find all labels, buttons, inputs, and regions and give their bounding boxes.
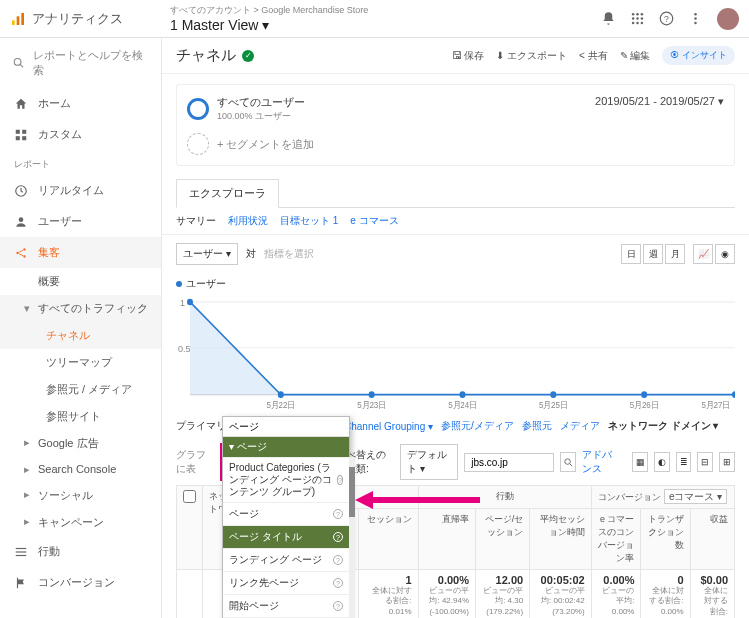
sec-dim-search-input[interactable] — [223, 417, 349, 437]
segment-add-label: + セグメントを追加 — [217, 137, 314, 152]
subtab-ecommerce[interactable]: e コマース — [350, 214, 398, 228]
svg-rect-21 — [16, 136, 20, 140]
svg-point-15 — [694, 17, 697, 20]
svg-point-8 — [641, 17, 644, 20]
chart-controls: ユーザー ▾ 対 指標を選択 日 週 月 📈 ◉ — [162, 235, 749, 273]
svg-point-10 — [636, 22, 639, 25]
compare-metric[interactable]: 指標を選択 — [264, 247, 314, 261]
sort-type-select[interactable]: デフォルト ▾ — [400, 444, 458, 480]
share-button[interactable]: < 共有 — [579, 49, 608, 63]
select-all-checkbox[interactable] — [183, 490, 196, 503]
sidebar-sub-referrals[interactable]: 参照サイト — [0, 403, 161, 430]
sidebar-sub-channels[interactable]: チャネル — [0, 322, 161, 349]
help-icon[interactable]: ? — [333, 555, 343, 565]
view-performance-icon[interactable]: ≣ — [676, 452, 692, 472]
help-icon[interactable]: ? — [333, 532, 343, 542]
subtab-goals[interactable]: 目標セット 1 — [280, 214, 338, 228]
sidebar-search[interactable]: レポートとヘルプを検索 — [0, 38, 161, 88]
sidebar-item-conversions[interactable]: コンバージョン — [0, 567, 161, 598]
sidebar-item-realtime[interactable]: リアルタイム — [0, 175, 161, 206]
sidebar-item-custom[interactable]: カスタム — [0, 119, 161, 150]
sec-dim-item[interactable]: ページ? — [223, 502, 349, 525]
help-icon[interactable]: ? — [337, 475, 343, 485]
sec-dim-item[interactable]: ランディング ページ? — [223, 548, 349, 571]
segment-all-users[interactable]: すべてのユーザー100.00% ユーザー — [187, 95, 314, 123]
save-button[interactable]: 🖫 保存 — [452, 49, 485, 63]
sec-dim-item[interactable]: 開始ページ? — [223, 594, 349, 617]
avatar[interactable] — [717, 8, 739, 30]
dim-network-domain[interactable]: ネットワーク ドメイン ▾ — [608, 419, 719, 433]
help-icon[interactable]: ? — [333, 509, 343, 519]
help-icon[interactable]: ? — [333, 578, 343, 588]
help-icon[interactable]: ? — [333, 601, 343, 611]
caret-right-icon: ▸ — [24, 436, 34, 451]
th-pps[interactable]: ページ/セッション — [476, 509, 530, 570]
dim-source[interactable]: 参照元 — [522, 419, 552, 433]
sidebar-sub-search-console[interactable]: ▸Search Console — [0, 457, 161, 482]
table-search-input[interactable] — [464, 453, 554, 472]
th-bounce[interactable]: 直帰率 — [418, 509, 475, 570]
sidebar-item-users[interactable]: ユーザー — [0, 206, 161, 237]
svg-point-27 — [23, 255, 25, 257]
sidebar-sub-treemap[interactable]: ツリーマップ — [0, 349, 161, 376]
sidebar-item-home[interactable]: ホーム — [0, 88, 161, 119]
th-ecr[interactable]: e コマースのコンバージョン率 — [591, 509, 641, 570]
subtab-summary[interactable]: サマリー — [176, 214, 216, 228]
th-sessions[interactable]: セッション — [359, 509, 418, 570]
dim-source-medium[interactable]: 参照元/メディア — [441, 419, 514, 433]
export-button[interactable]: ⬇ エクスポート — [496, 49, 567, 63]
svg-rect-22 — [22, 136, 26, 140]
view-table-icon[interactable]: ▦ — [632, 452, 648, 472]
sidebar-item-behavior[interactable]: 行動 — [0, 536, 161, 567]
dropdown-scrollbar[interactable] — [349, 457, 355, 618]
list-icon — [14, 545, 28, 559]
sidebar-sub-overview[interactable]: 概要 — [0, 268, 161, 295]
kebab-icon[interactable] — [688, 11, 703, 26]
table-search-button[interactable] — [560, 452, 576, 472]
svg-rect-0 — [12, 20, 15, 25]
edit-button[interactable]: ✎ 編集 — [620, 49, 651, 63]
svg-point-6 — [632, 17, 635, 20]
th-revenue[interactable]: 収益 — [690, 509, 734, 570]
conversion-type-select[interactable]: eコマース ▾ — [664, 489, 727, 504]
chart-type-line-icon[interactable]: 📈 — [693, 244, 713, 264]
date-range-picker[interactable]: 2019/05/21 - 2019/05/27 ▾ — [595, 95, 724, 108]
subtab-usage[interactable]: 利用状況 — [228, 214, 268, 228]
help-icon[interactable]: ? — [659, 11, 674, 26]
sec-dim-item[interactable]: リンク先ページ? — [223, 571, 349, 594]
sec-dim-item-highlighted[interactable]: ページ タイトル? — [223, 525, 349, 548]
sidebar-sub-campaigns[interactable]: ▸キャンペーン — [0, 509, 161, 536]
view-pivot-icon[interactable]: ⊞ — [719, 452, 735, 472]
tab-explorer[interactable]: エクスプローラ — [176, 179, 279, 208]
view-comparison-icon[interactable]: ⊟ — [697, 452, 713, 472]
sidebar-sub-social[interactable]: ▸ソーシャル — [0, 482, 161, 509]
bell-icon[interactable] — [601, 11, 616, 26]
th-checkbox[interactable] — [177, 486, 203, 570]
svg-text:?: ? — [664, 14, 669, 24]
svg-point-9 — [632, 22, 635, 25]
sidebar-item-acquisition[interactable]: 集客 — [0, 237, 161, 268]
metric-selector[interactable]: ユーザー ▾ — [176, 243, 238, 265]
dim-medium[interactable]: メディア — [560, 419, 600, 433]
share-icon — [14, 246, 28, 260]
th-duration[interactable]: 平均セッション時間 — [530, 509, 592, 570]
advanced-filter-link[interactable]: アドバンス — [582, 448, 620, 476]
view-percent-icon[interactable]: ◐ — [654, 452, 670, 472]
sidebar-sub-all-traffic[interactable]: ▾すべてのトラフィック — [0, 295, 161, 322]
granularity-week[interactable]: 週 — [643, 244, 663, 264]
insights-button[interactable]: ⦿ インサイト — [662, 46, 735, 65]
granularity-month[interactable]: 月 — [665, 244, 685, 264]
sec-dim-group-header[interactable]: ▾ ページ — [223, 437, 349, 457]
apps-icon[interactable] — [630, 11, 645, 26]
sidebar-sub-google-ads[interactable]: ▸Google 広告 — [0, 430, 161, 457]
sec-dim-item[interactable]: Product Categories (ランディング ページのコンテンツ グルー… — [223, 457, 349, 502]
granularity-day[interactable]: 日 — [621, 244, 641, 264]
chart-type-motion-icon[interactable]: ◉ — [715, 244, 735, 264]
svg-point-41 — [550, 391, 556, 398]
chevron-down-icon: ▾ — [262, 17, 269, 33]
segment-add[interactable]: + セグメントを追加 — [187, 133, 314, 155]
view-selector[interactable]: すべてのアカウント > Google Merchandise Store 1 M… — [160, 4, 601, 33]
th-trans[interactable]: トランザクション数 — [641, 509, 690, 570]
sidebar-search-placeholder: レポートとヘルプを検索 — [33, 48, 149, 78]
sidebar-sub-source-medium[interactable]: 参照元 / メディア — [0, 376, 161, 403]
